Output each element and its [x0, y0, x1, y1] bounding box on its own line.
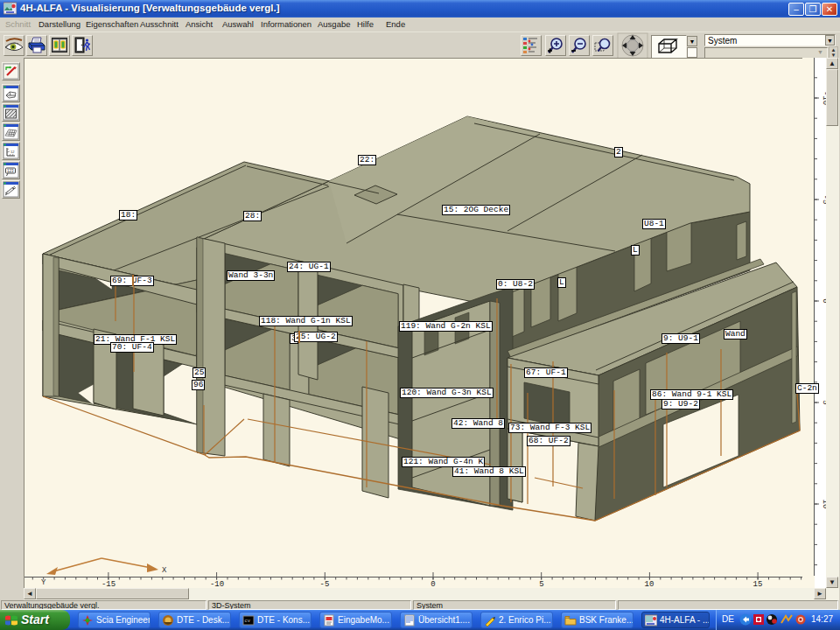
svg-text:123: 123 — [7, 169, 14, 173]
svg-text:X: X — [162, 566, 167, 575]
svg-text:Y: Y — [41, 578, 46, 587]
svg-text:12: 12 — [10, 150, 15, 154]
svg-text:cv: cv — [245, 618, 251, 624]
